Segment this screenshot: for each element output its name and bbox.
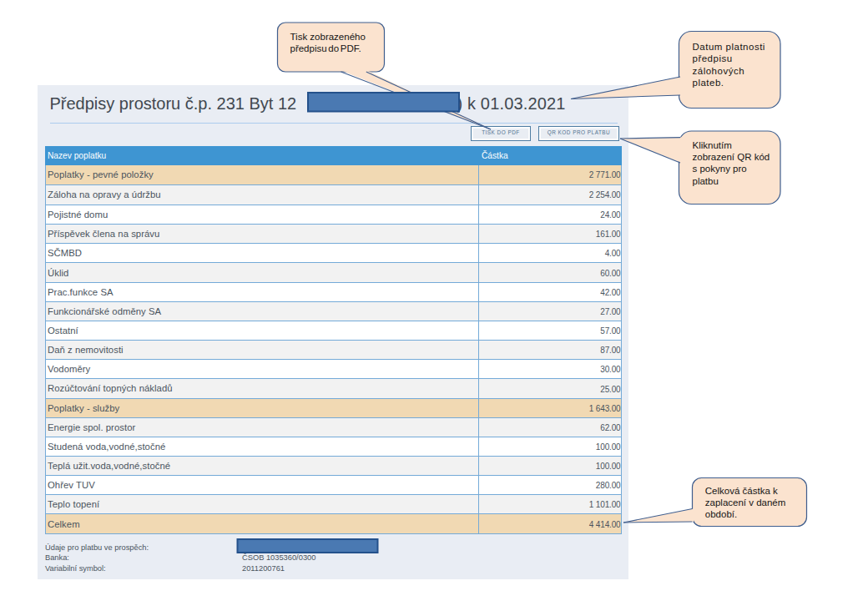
svg-text:Kliknutím: Kliknutím (693, 140, 732, 150)
svg-text:platbu: platbu (693, 176, 719, 186)
svg-text:předpisu: předpisu (693, 53, 733, 63)
svg-text:zobrazení QR kód: zobrazení QR kód (693, 152, 770, 162)
svg-text:Datum platnosti: Datum platnosti (693, 42, 765, 52)
svg-text:s pokyny pro: s pokyny pro (693, 164, 747, 174)
svg-text:zálohových: zálohových (693, 66, 745, 76)
svg-text:plateb.: plateb. (693, 78, 724, 88)
svg-text:Tisk zobrazeného: Tisk zobrazeného (290, 32, 366, 42)
svg-text:zaplacení v daném: zaplacení v daném (705, 497, 786, 508)
svg-text:předpisu do PDF.: předpisu do PDF. (290, 43, 361, 53)
svg-text:Celková částka k: Celková částka k (705, 486, 778, 496)
svg-text:období.: období. (705, 509, 737, 519)
